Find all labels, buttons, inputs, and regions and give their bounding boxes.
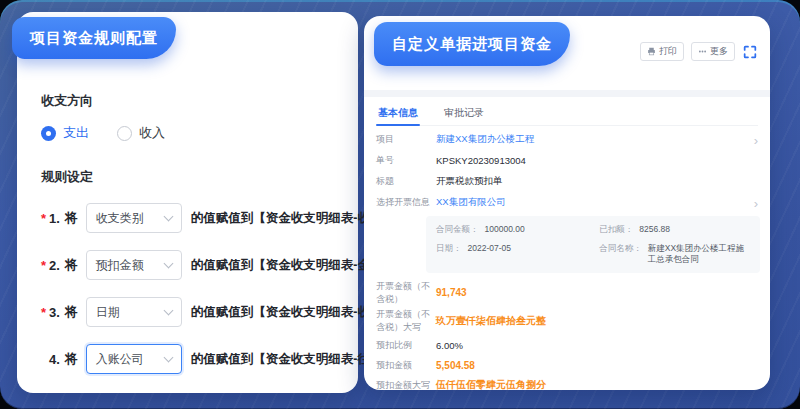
rule-field-select-4[interactable]: 入账公司	[86, 344, 182, 374]
required-asterisk: *	[41, 258, 49, 273]
direction-radio-group: 支出 收入	[41, 124, 344, 142]
rule-field-select-3[interactable]: 日期	[86, 297, 182, 327]
withhold-ratio-value: 6.00%	[436, 340, 463, 351]
rule-config-body: 收支方向 支出 收入 规则设定 * 1. 将	[41, 92, 344, 391]
radio-income[interactable]: 收入	[117, 124, 165, 142]
document-form: 项目 新建XX集团办公楼工程 › 单号 KPSKY20230913004 标题 …	[376, 129, 760, 384]
tab-basic-info-label: 基本信息	[378, 106, 418, 120]
select-value: 入账公司	[96, 351, 144, 368]
rule-config-title: 项目资金规则配置	[30, 29, 158, 48]
caret-down-icon	[163, 211, 173, 221]
contract-amount: 合同金额： 100000.00	[436, 224, 599, 235]
contract-name: 合同名称： 新建XX集团办公楼工程施工总承包合同	[599, 243, 750, 265]
radio-expense-label: 支出	[63, 124, 89, 142]
field-row-invoice-info: 选择开票信息 XX集团有限公司 ›	[376, 192, 760, 213]
rule-field-select-1[interactable]: 收支类别	[86, 203, 182, 233]
fullscreen-icon[interactable]	[742, 44, 758, 60]
field-row-title: 标题 开票税款预扣单	[376, 171, 760, 192]
field-label: 预扣金额大写	[376, 379, 436, 390]
rule-verb: 将	[65, 303, 78, 321]
doc-number-value: KPSKY20230913004	[436, 155, 526, 166]
field-label: 标题	[376, 175, 436, 188]
withheld-amount-label: 已扣额：	[599, 224, 633, 235]
rule-row-2: * 2. 将 预扣金额 的值赋值到【资金收支明细表-金额】中	[41, 250, 344, 280]
caret-down-icon	[163, 305, 173, 315]
rule-number: 4.	[49, 352, 60, 367]
doc-title-value: 开票税款预扣单	[436, 175, 503, 188]
field-label: 开票金额（不含税）	[376, 280, 436, 305]
field-row-invoice-amount-caps: 开票金额（不含税）大写 玖万壹仟柒佰肆拾叁元整	[376, 308, 760, 333]
more-label: 更多	[710, 45, 728, 58]
rule-config-title-ribbon: 项目资金规则配置	[12, 17, 176, 59]
field-label: 单号	[376, 154, 436, 167]
rule-number: 3.	[49, 305, 60, 320]
tab-basic-info[interactable]: 基本信息	[376, 100, 420, 125]
invoice-amount-caps-value: 玖万壹仟柒佰肆拾叁元整	[436, 314, 546, 328]
document-detail-panel: 自定义单据进项目资金 打印 更多 基本信息	[364, 16, 770, 390]
direction-section-label: 收支方向	[41, 92, 344, 110]
rule-verb: 将	[65, 350, 78, 368]
radio-income-label: 收入	[139, 124, 165, 142]
required-asterisk: *	[41, 211, 49, 226]
contract-summary-box: 合同金额： 100000.00 已扣额： 8256.88 日期： 2022-07…	[426, 216, 760, 273]
print-button[interactable]: 打印	[640, 42, 684, 61]
required-asterisk: *	[41, 305, 49, 320]
radio-selected-icon[interactable]	[41, 126, 56, 141]
rule-row-3: * 3. 将 日期 的值赋值到【资金收支明细表-收支日期】中	[41, 297, 344, 327]
select-value: 收支类别	[96, 210, 144, 227]
field-label: 预扣金额	[376, 359, 436, 372]
contract-date: 日期： 2022-07-05	[436, 243, 599, 265]
rule-number: 1.	[49, 211, 60, 226]
contract-date-value: 2022-07-05	[468, 243, 511, 265]
tab-bar: 基本信息 审批记录	[376, 100, 758, 126]
header-divider	[364, 90, 770, 97]
rule-verb: 将	[65, 256, 78, 274]
select-value: 预扣金额	[96, 257, 144, 274]
print-label: 打印	[659, 45, 677, 58]
more-icon	[698, 47, 707, 56]
field-label: 选择开票信息	[376, 196, 436, 209]
caret-down-icon	[163, 352, 173, 362]
contract-amount-value: 100000.00	[485, 224, 525, 235]
contract-date-label: 日期：	[436, 243, 462, 265]
contract-name-value: 新建XX集团办公楼工程施工总承包合同	[648, 243, 750, 265]
field-label: 开票金额（不含税）大写	[376, 308, 436, 333]
tab-approval-record-label: 审批记录	[444, 106, 484, 120]
radio-expense[interactable]: 支出	[41, 124, 89, 142]
field-row-withhold-amount: 预扣金额 5,504.58	[376, 357, 760, 374]
select-value: 日期	[96, 304, 120, 321]
caret-down-icon	[163, 258, 173, 268]
field-row-project: 项目 新建XX集团办公楼工程 ›	[376, 129, 760, 150]
contract-amount-label: 合同金额：	[436, 224, 479, 235]
withheld-amount: 已扣额： 8256.88	[599, 224, 750, 235]
document-title-ribbon: 自定义单据进项目资金	[374, 22, 570, 66]
field-row-invoice-amount: 开票金额（不含税） 91,743	[376, 280, 760, 305]
rules-section-label: 规则设定	[41, 168, 344, 186]
more-button[interactable]: 更多	[691, 42, 735, 61]
invoice-company-link[interactable]: XX集团有限公司	[436, 196, 506, 209]
withheld-amount-value: 8256.88	[639, 224, 670, 235]
field-label: 预扣比例	[376, 339, 436, 352]
rule-verb: 将	[65, 209, 78, 227]
chevron-right-icon[interactable]: ›	[754, 133, 758, 146]
project-link[interactable]: 新建XX集团办公楼工程	[436, 133, 534, 146]
field-row-doc-number: 单号 KPSKY20230913004	[376, 150, 760, 171]
rule-config-panel: 项目资金规则配置 收支方向 支出 收入 规则设定 *	[17, 12, 358, 393]
contract-name-label: 合同名称：	[599, 243, 642, 265]
rule-number: 2.	[49, 258, 60, 273]
app-frame: 项目资金规则配置 收支方向 支出 收入 规则设定 *	[0, 0, 800, 409]
chevron-right-icon[interactable]: ›	[754, 196, 758, 209]
withhold-amount-caps-value: 伍仟伍佰零肆元伍角捌分	[436, 378, 546, 390]
field-row-withhold-amount-caps: 预扣金额大写 伍仟伍佰零肆元伍角捌分	[376, 377, 760, 390]
invoice-amount-value: 91,743	[436, 287, 467, 298]
document-title: 自定义单据进项目资金	[392, 35, 552, 54]
document-toolbar: 打印 更多	[640, 42, 758, 61]
radio-dot	[46, 131, 51, 136]
radio-unselected-icon[interactable]	[117, 126, 132, 141]
field-label: 项目	[376, 133, 436, 146]
tab-approval-record[interactable]: 审批记录	[442, 100, 486, 125]
withhold-amount-value: 5,504.58	[436, 360, 475, 371]
page-background: 项目资金规则配置 收支方向 支出 收入 规则设定 *	[0, 0, 800, 409]
rule-field-select-2[interactable]: 预扣金额	[86, 250, 182, 280]
field-row-withhold-ratio: 预扣比例 6.00%	[376, 337, 760, 354]
